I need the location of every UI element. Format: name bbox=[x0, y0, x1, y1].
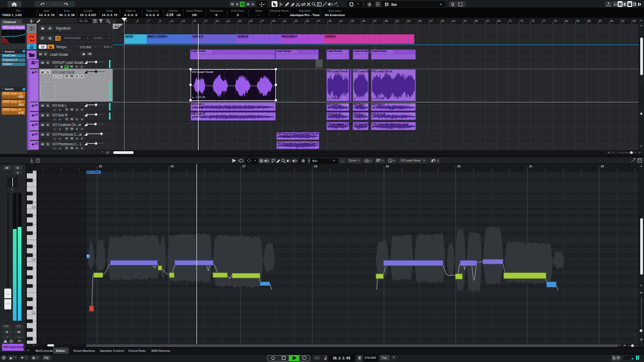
svg-text:4/4: 4/4 bbox=[114, 25, 119, 28]
svg-text:C3: C3 bbox=[32, 258, 35, 261]
svg-text:C4: C4 bbox=[32, 205, 35, 209]
svg-text:C2: C2 bbox=[32, 311, 35, 314]
